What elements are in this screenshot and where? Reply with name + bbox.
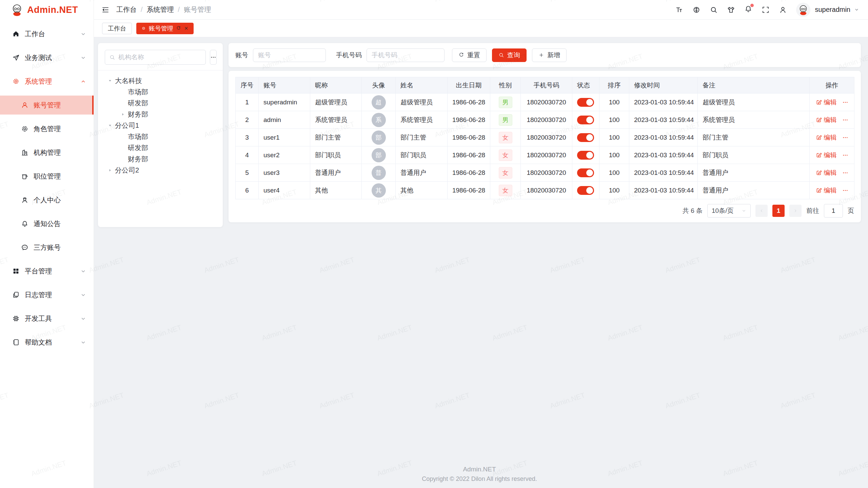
sidebar-item-tools[interactable]: 开发工具 (0, 309, 94, 328)
tab-工作台[interactable]: 工作台 (102, 23, 132, 34)
cell-status (572, 146, 599, 164)
current-page-button[interactable]: 1 (772, 205, 785, 217)
status-toggle[interactable] (577, 168, 594, 177)
sidebar-subitem-org[interactable]: 机构管理 (0, 143, 94, 162)
chev-right-icon (793, 208, 798, 213)
row-more-button[interactable] (842, 135, 848, 141)
right-column: 账号 手机号码 重置 查询 (229, 43, 861, 222)
tree-caret[interactable] (105, 123, 115, 128)
row-actions: 编辑 (811, 116, 853, 124)
tab-refresh-button[interactable] (176, 26, 181, 31)
status-toggle[interactable] (577, 116, 594, 124)
search-icon (710, 6, 718, 14)
tree-caret[interactable] (105, 79, 115, 83)
locale-button[interactable] (692, 6, 701, 14)
status-toggle[interactable] (577, 151, 594, 160)
sidebar-item-send[interactable]: 业务测试 (0, 48, 94, 67)
org-more-button[interactable] (210, 50, 217, 65)
add-button[interactable]: 新增 (532, 48, 567, 62)
theme-button[interactable] (727, 6, 735, 14)
status-toggle[interactable] (577, 133, 594, 142)
sidebar-subitem-role[interactable]: 角色管理 (0, 119, 94, 138)
edit-button[interactable]: 编辑 (816, 151, 837, 160)
sidebar-subitem-chat[interactable]: 三方账号 (0, 238, 94, 257)
logo[interactable]: Admin.NET (0, 0, 94, 20)
user-avatar[interactable] (796, 3, 810, 17)
chev-left-icon (759, 208, 764, 213)
sex-badge: 女 (499, 185, 512, 196)
row-more-button[interactable] (842, 117, 848, 123)
next-page-button[interactable] (789, 205, 802, 217)
org-search-input[interactable] (118, 54, 201, 61)
fullscreen-button[interactable] (762, 6, 770, 14)
sidebar-item-book[interactable]: 帮助文档 (0, 333, 94, 352)
tree-caret[interactable] (118, 112, 128, 117)
sidebar-item-gear[interactable]: 系统管理 (0, 72, 94, 91)
column-header-phone: 手机号码 (521, 77, 572, 94)
phone-input[interactable] (367, 48, 445, 62)
breadcrumb-item[interactable]: 系统管理 (147, 5, 174, 14)
cell-order: 100 (599, 111, 629, 129)
tree-node[interactable]: 财务部 (101, 154, 219, 165)
sidebar-item-logs[interactable]: 日志管理 (0, 285, 94, 304)
avatar: 系 (372, 113, 386, 127)
sidebar-subitem-user[interactable]: 账号管理 (0, 96, 94, 115)
tree-node[interactable]: 大名科技 (101, 75, 219, 86)
sidebar-subitem-post[interactable]: 职位管理 (0, 167, 94, 186)
search-button[interactable]: 查询 (492, 48, 527, 62)
tab-close-button[interactable] (184, 26, 189, 31)
tab-账号管理[interactable]: 账号管理 (136, 23, 194, 34)
cards-row: 大名科技市场部研发部财务部分公司1市场部研发部财务部分公司2 账号 手机号码 重… (98, 43, 861, 227)
cell-phone: 18020030720 (521, 164, 572, 182)
pagination: 共 6 条10条/页1前往页 (235, 204, 854, 218)
row-more-button[interactable] (842, 170, 848, 176)
tree-node[interactable]: 市场部 (101, 131, 219, 142)
status-toggle[interactable] (577, 98, 594, 107)
edit-button[interactable]: 编辑 (816, 133, 837, 142)
edit-label: 编辑 (824, 151, 837, 160)
cell-name: 部门职员 (396, 146, 448, 164)
tree-node[interactable]: 市场部 (101, 86, 219, 98)
column-header-status: 状态 (572, 77, 599, 94)
profile-button[interactable] (779, 6, 787, 14)
status-toggle[interactable] (577, 186, 594, 195)
goto-page-input[interactable] (824, 204, 843, 218)
record-icon (141, 26, 146, 31)
menu-fold-icon[interactable] (101, 6, 110, 14)
sidebar-subitem-bell[interactable]: 通知公告 (0, 214, 94, 233)
row-more-button[interactable] (842, 187, 848, 194)
tree-node-label: 财务部 (128, 110, 148, 119)
tree-node[interactable]: 研发部 (101, 98, 219, 109)
sidebar-subitem-profile[interactable]: 个人中心 (0, 190, 94, 209)
sidebar-item-grid[interactable]: 平台管理 (0, 262, 94, 281)
breadcrumb-item[interactable]: 工作台 (116, 5, 137, 14)
sidebar-item-home[interactable]: 工作台 (0, 24, 94, 43)
page-size-select[interactable]: 10条/页 (707, 204, 751, 218)
edit-button[interactable]: 编辑 (816, 98, 837, 107)
chev-down-icon (80, 316, 86, 322)
font-size-button[interactable] (675, 6, 683, 14)
cell-sex: 女 (490, 164, 521, 182)
tree-node[interactable]: 分公司1 (101, 120, 219, 131)
tree-node[interactable]: 分公司2 (101, 165, 219, 176)
reset-button[interactable]: 重置 (452, 48, 487, 62)
user-name[interactable]: superadmin (815, 6, 850, 14)
row-more-button[interactable] (842, 152, 848, 158)
cell-actions: 编辑 (810, 94, 854, 111)
refresh-icon (176, 26, 181, 31)
edit-button[interactable]: 编辑 (816, 168, 837, 177)
tree-node-label: 研发部 (128, 143, 148, 152)
edit-button[interactable]: 编辑 (816, 116, 837, 124)
row-more-button[interactable] (842, 99, 848, 105)
tree-caret[interactable] (105, 168, 115, 172)
sidebar-subitem-label: 机构管理 (34, 148, 86, 157)
send-icon (12, 54, 20, 61)
tree-node[interactable]: 财务部 (101, 109, 219, 120)
prev-page-button[interactable] (755, 205, 768, 217)
search-button[interactable] (710, 6, 718, 14)
account-input[interactable] (253, 48, 326, 62)
user-icon (21, 101, 28, 109)
edit-button[interactable]: 编辑 (816, 186, 837, 195)
tree-node[interactable]: 研发部 (101, 142, 219, 154)
caret-down-icon (108, 123, 112, 128)
